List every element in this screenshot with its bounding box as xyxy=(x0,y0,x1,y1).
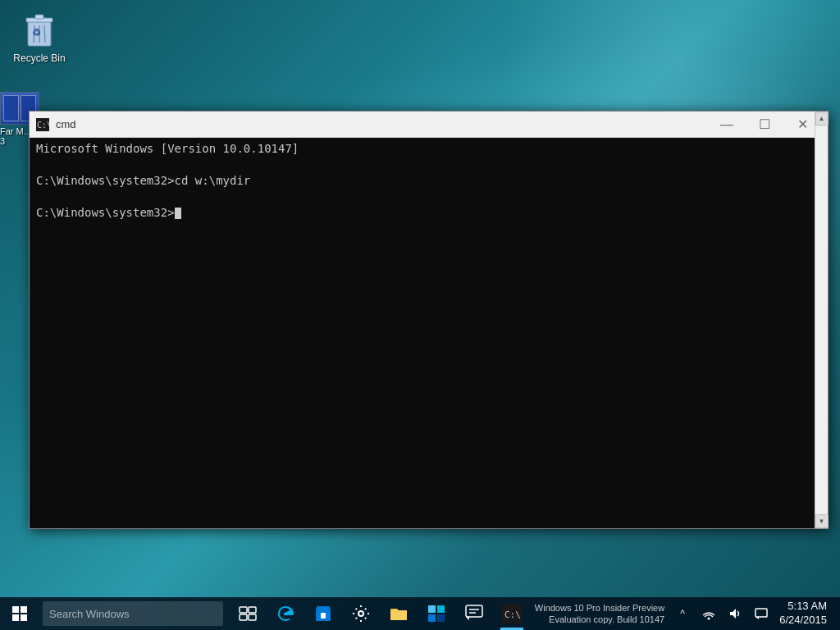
cmd-taskbar-icon: C:\ xyxy=(502,604,522,623)
task-view-icon xyxy=(238,604,258,623)
svg-point-19 xyxy=(358,611,363,616)
svg-rect-24 xyxy=(466,605,482,617)
taskbar-store[interactable] xyxy=(305,597,341,630)
scrollbar-track[interactable] xyxy=(815,138,828,514)
cmd-content[interactable]: Microsoft Windows [Version 10.0.10147] C… xyxy=(30,138,828,528)
clock-time: 5:13 AM xyxy=(788,600,827,614)
clock-date: 6/24/2015 xyxy=(779,614,827,628)
restore-button[interactable]: ☐ xyxy=(746,112,783,138)
tray-volume[interactable] xyxy=(724,597,746,630)
svg-rect-5 xyxy=(35,15,43,19)
svg-rect-23 xyxy=(437,614,445,622)
taskbar-feedback[interactable] xyxy=(456,597,492,630)
svg-text:C:\: C:\ xyxy=(37,121,49,130)
recycle-bin-icon: ♻ xyxy=(23,10,56,49)
taskbar-edge[interactable] xyxy=(267,597,304,630)
system-tray: ^ xyxy=(671,597,773,630)
tray-network[interactable] xyxy=(697,597,720,630)
svg-rect-30 xyxy=(756,609,767,617)
scrollbar-down-arrow[interactable]: ▼ xyxy=(815,514,829,528)
svg-rect-18 xyxy=(321,613,326,619)
taskbar-task-view[interactable] xyxy=(230,597,266,630)
clock[interactable]: 5:13 AM 6/24/2015 xyxy=(773,600,833,628)
file-explorer-icon xyxy=(389,604,409,623)
taskbar-file-explorer[interactable] xyxy=(381,597,417,630)
system-info: Windows 10 Pro Insider Preview Evaluatio… xyxy=(535,602,671,626)
edge-icon xyxy=(276,604,295,623)
cmd-titlebar-buttons: — ☐ ✕ xyxy=(708,112,821,138)
svg-rect-14 xyxy=(249,607,256,613)
svg-rect-16 xyxy=(249,614,256,620)
cmd-line-blank2 xyxy=(36,189,811,206)
desktop: ♻ Recycle Bin Far M... 3 C:\ cmd — ☐ xyxy=(0,0,840,630)
cmd-line-1: Microsoft Windows [Version 10.0.10147] xyxy=(36,141,811,158)
taskbar-settings[interactable] xyxy=(343,597,379,630)
action-center-icon xyxy=(755,607,768,620)
feedback-icon xyxy=(464,604,484,623)
volume-icon xyxy=(728,607,742,620)
taskbar-dev-tools[interactable] xyxy=(418,597,454,630)
taskbar-cmd[interactable]: C:\ xyxy=(494,597,530,630)
system-info-line1: Windows 10 Pro Insider Preview xyxy=(535,602,664,614)
svg-rect-12 xyxy=(21,614,27,621)
svg-rect-22 xyxy=(428,614,436,622)
cmd-scrollbar[interactable]: ▲ ▼ xyxy=(815,138,828,528)
svg-rect-13 xyxy=(240,607,247,613)
cmd-cursor xyxy=(175,208,181,219)
taskbar-icons: C:\ xyxy=(230,597,530,630)
svg-rect-15 xyxy=(240,614,247,620)
dev-tools-icon xyxy=(427,604,446,623)
cmd-titlebar-icon: C:\ xyxy=(36,118,49,131)
cmd-line-blank1 xyxy=(36,158,811,174)
svg-rect-20 xyxy=(428,605,436,613)
taskbar: C:\ Windows 10 Pro Insider Preview Evalu… xyxy=(0,597,840,630)
search-input[interactable] xyxy=(43,601,223,626)
network-icon xyxy=(702,607,715,620)
far-panel-left xyxy=(3,95,19,121)
recycle-bin-label: Recycle Bin xyxy=(13,52,65,64)
svg-point-29 xyxy=(708,618,710,620)
recycle-bin-icon-desktop[interactable]: ♻ Recycle Bin xyxy=(7,7,72,67)
cmd-content-area: Microsoft Windows [Version 10.0.10147] C… xyxy=(30,138,828,528)
svg-line-3 xyxy=(44,25,45,43)
minimize-button[interactable]: — xyxy=(708,112,746,138)
svg-rect-11 xyxy=(12,614,19,621)
cmd-window: C:\ cmd — ☐ ✕ Microsoft Windows [Version… xyxy=(29,111,829,529)
taskbar-right: Windows 10 Pro Insider Preview Evaluatio… xyxy=(535,597,840,630)
svg-rect-10 xyxy=(21,606,27,613)
cmd-line-2: C:\Windows\system32>cd w:\mydir xyxy=(36,173,811,189)
system-info-line2: Evaluation copy. Build 10147 xyxy=(535,614,664,625)
settings-icon xyxy=(351,604,371,623)
windows-logo-icon xyxy=(12,606,27,621)
cmd-line-3: C:\Windows\system32> xyxy=(36,205,811,221)
svg-text:♻: ♻ xyxy=(32,27,41,39)
svg-rect-21 xyxy=(437,605,445,613)
tray-chevron[interactable]: ^ xyxy=(671,597,694,630)
start-button[interactable] xyxy=(0,597,39,630)
cmd-titlebar-text: cmd xyxy=(56,118,708,130)
tray-action-center[interactable] xyxy=(750,597,773,630)
store-icon xyxy=(313,604,333,623)
svg-rect-9 xyxy=(12,606,19,613)
cmd-titlebar: C:\ cmd — ☐ ✕ xyxy=(30,112,828,138)
svg-text:C:\: C:\ xyxy=(504,609,521,620)
